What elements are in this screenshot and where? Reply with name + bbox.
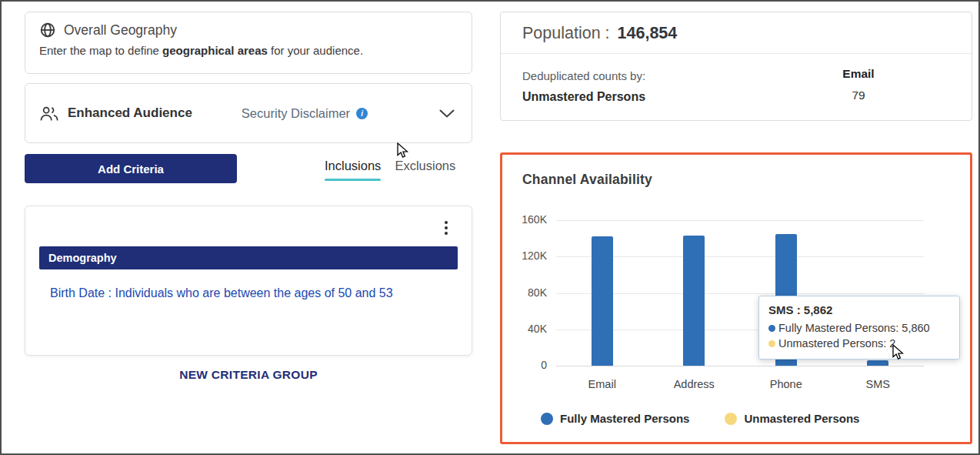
dedup-email-count: 79 bbox=[828, 89, 889, 102]
geography-title: Overall Geography bbox=[64, 22, 177, 38]
enhanced-audience-card[interactable]: Enhanced Audience Security Disclaimer i bbox=[25, 83, 472, 143]
gridline bbox=[556, 366, 924, 366]
criteria-group-card: Demography Birth Date : Individuals who … bbox=[25, 206, 472, 356]
legend-label: Fully Mastered Persons bbox=[560, 412, 689, 425]
tooltip-rows: Fully Mastered Persons: 5,860Unmastered … bbox=[768, 320, 950, 351]
tab-inclusions[interactable]: Inclusions bbox=[325, 159, 381, 181]
population-label: Population : bbox=[522, 24, 610, 43]
x-axis-label: Phone bbox=[740, 378, 832, 390]
population-card: Population : 146,854 Deduplicated counts… bbox=[500, 12, 972, 121]
legend-item[interactable]: Fully Mastered Persons bbox=[541, 412, 689, 425]
geography-desc-text-1: Enter the map to define bbox=[39, 44, 162, 57]
kebab-menu-icon[interactable] bbox=[442, 219, 450, 237]
channel-availability-card: Channel Availability 160K120K80K40K0 Ema… bbox=[500, 152, 972, 444]
chart-tooltip: SMS : 5,862 Fully Mastered Persons: 5,86… bbox=[758, 296, 960, 360]
x-axis-labels: EmailAddressPhoneSMS bbox=[556, 378, 924, 393]
dedup-entity: Unmastered Persons bbox=[522, 90, 645, 104]
tab-inclusions-label: Inclusions bbox=[325, 159, 381, 172]
criterion-text[interactable]: Birth Date : Individuals who are between… bbox=[50, 283, 421, 303]
chart-title: Channel Availability bbox=[522, 172, 652, 188]
tab-exclusions-label: Exclusions bbox=[395, 159, 455, 172]
gridline bbox=[556, 220, 924, 221]
tooltip-series-dot-icon bbox=[768, 325, 775, 332]
geography-desc-bold: geographical areas bbox=[162, 44, 268, 57]
security-disclaimer: Security Disclaimer i bbox=[242, 106, 368, 121]
chart-legend: Fully Mastered PersonsUnmastered Persons bbox=[541, 412, 859, 425]
legend-dot-icon bbox=[725, 413, 737, 425]
x-axis-label: Address bbox=[648, 378, 741, 390]
overall-geography-card[interactable]: Overall Geography Enter the map to defin… bbox=[25, 12, 472, 74]
dedup-caption: Deduplicated counts by: bbox=[522, 69, 645, 82]
y-axis-tick: 40K bbox=[508, 323, 547, 335]
bar-address[interactable] bbox=[683, 236, 705, 366]
tooltip-row: Unmastered Persons: 2 bbox=[768, 336, 950, 351]
dedup-email-column: Email 79 bbox=[828, 67, 889, 102]
new-criteria-group-button[interactable]: NEW CRITERIA GROUP bbox=[25, 368, 472, 382]
y-axis-tick: 160K bbox=[508, 213, 547, 226]
chevron-down-icon[interactable] bbox=[439, 109, 455, 118]
criteria-group-header: Demography bbox=[39, 246, 458, 269]
info-icon[interactable]: i bbox=[356, 108, 368, 119]
globe-icon bbox=[39, 22, 56, 38]
security-disclaimer-label: Security Disclaimer bbox=[242, 106, 350, 121]
x-axis-label: SMS bbox=[832, 378, 925, 390]
tooltip-series-dot-icon bbox=[768, 340, 775, 347]
legend-label: Unmastered Persons bbox=[744, 412, 859, 425]
tooltip-row-text: Unmastered Persons: 2 bbox=[778, 336, 895, 351]
tooltip-row-text: Fully Mastered Persons: 5,860 bbox=[778, 320, 930, 336]
dedup-email-header: Email bbox=[828, 67, 889, 81]
geography-description: Enter the map to define geographical are… bbox=[39, 44, 458, 57]
audience-title: Enhanced Audience bbox=[68, 105, 192, 121]
app-window: Overall Geography Enter the map to defin… bbox=[0, 0, 980, 455]
audience-people-icon bbox=[39, 105, 59, 122]
tooltip-row: Fully Mastered Persons: 5,860 bbox=[768, 320, 950, 336]
x-axis-label: Email bbox=[556, 378, 648, 390]
add-criteria-button[interactable]: Add Criteria bbox=[25, 154, 237, 183]
y-axis-tick: 0 bbox=[508, 359, 547, 371]
tab-exclusions[interactable]: Exclusions bbox=[395, 159, 455, 181]
bar-sms[interactable] bbox=[867, 360, 888, 366]
population-divider bbox=[501, 53, 972, 54]
active-tab-underline bbox=[325, 179, 381, 181]
population-value: 146,854 bbox=[618, 24, 678, 43]
y-axis-tick: 120K bbox=[508, 249, 547, 262]
bar-email[interactable] bbox=[592, 236, 613, 366]
geography-desc-text-2: for your audience. bbox=[268, 44, 363, 57]
legend-item[interactable]: Unmastered Persons bbox=[725, 412, 859, 425]
criteria-tabs: Inclusions Exclusions bbox=[325, 159, 455, 181]
tooltip-title: SMS : 5,862 bbox=[768, 303, 950, 316]
y-axis-tick: 80K bbox=[508, 286, 547, 299]
legend-dot-icon bbox=[541, 413, 553, 425]
geography-title-row: Overall Geography bbox=[39, 22, 458, 38]
population-row: Population : 146,854 bbox=[522, 24, 677, 43]
